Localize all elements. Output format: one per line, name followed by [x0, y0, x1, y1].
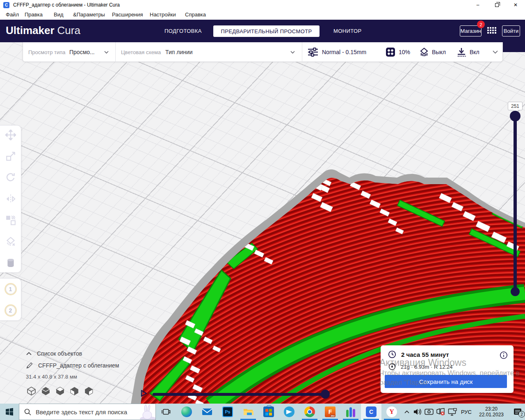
close-button[interactable]: ✕: [506, 0, 525, 10]
view-3d-icon[interactable]: [26, 386, 37, 396]
view-right-icon[interactable]: [83, 386, 94, 396]
restore-button[interactable]: [487, 0, 506, 10]
layer-slider-top-handle[interactable]: [510, 111, 520, 121]
view-type-label: Просмотр типа: [28, 49, 65, 55]
view-type-chevron-icon[interactable]: [104, 42, 109, 62]
start-button[interactable]: [0, 404, 19, 420]
view-top-icon[interactable]: [55, 386, 66, 396]
adhesion-value[interactable]: Вкл: [470, 42, 479, 62]
search-input[interactable]: Введите здесь текст для поиска: [19, 404, 156, 420]
save-to-disk-button[interactable]: Сохранить на диск: [385, 375, 507, 388]
view-front-icon[interactable]: [40, 386, 51, 396]
support-blocker-button[interactable]: [5, 236, 16, 247]
network-monitor-icon: [448, 408, 457, 416]
taskbar-edge[interactable]: [176, 404, 197, 420]
sign-in-button[interactable]: Войти: [502, 25, 520, 37]
task-view-button[interactable]: [156, 404, 176, 420]
support-value[interactable]: Выкл: [432, 42, 446, 62]
layer-slider-bottom-handle[interactable]: [511, 287, 520, 296]
title-bar: C CFFFP_адаптер с облеганием - Ultimaker…: [0, 0, 525, 10]
menu-edit[interactable]: Правка: [25, 11, 43, 18]
mirror-tool-button[interactable]: [5, 194, 16, 204]
taskbar-explorer[interactable]: [238, 404, 258, 420]
tab-monitor[interactable]: МОНИТОР: [333, 20, 362, 42]
speaker-icon: [413, 408, 422, 415]
view-type-value[interactable]: Просмо...: [69, 42, 95, 62]
colored-bars-app-icon: [345, 406, 356, 417]
profile-value[interactable]: Normal - 0.15mm: [322, 42, 366, 62]
cast-device-icon: [425, 409, 434, 415]
chrome-icon: [304, 406, 315, 417]
taskbar-telegram[interactable]: [279, 404, 299, 420]
language-indicator[interactable]: РУС: [459, 404, 474, 420]
toolbar-divider: [115, 42, 116, 62]
tab-preview[interactable]: ПРЕДВАРИТЕЛЬНЫЙ ПРОСМОТР: [213, 25, 320, 37]
taskbar-fusion360[interactable]: F360: [320, 404, 340, 420]
clock-icon: [388, 350, 396, 358]
extruder-2-button[interactable]: 2: [5, 304, 17, 317]
preview-toolbar: Просмотр типа Просмо... Цветовая схема Т…: [23, 42, 503, 62]
infill-icon[interactable]: [386, 42, 395, 62]
print-summary-card: 2 часа 55 минут 21g · 6.93m · R 12.24 Со…: [381, 345, 514, 393]
object-list-label: Список объектов: [37, 350, 82, 357]
infill-value[interactable]: 10%: [399, 42, 410, 62]
print-time-row: 2 часа 55 минут: [388, 350, 449, 358]
move-tool-button[interactable]: [5, 130, 16, 140]
viewport-3d[interactable]: Просмотр типа Просмо... Цветовая схема Т…: [0, 42, 525, 404]
support-icon[interactable]: [419, 42, 429, 62]
simulation-slider-track[interactable]: [153, 393, 325, 396]
extruder-1-button[interactable]: 1: [5, 283, 17, 295]
menu-preferences[interactable]: Настройки: [150, 11, 176, 18]
tray-cast[interactable]: [423, 404, 435, 420]
marketplace-badge: 2: [477, 21, 485, 28]
info-icon[interactable]: [500, 351, 508, 361]
tray-expand-button[interactable]: [402, 404, 412, 420]
view-type-dropdown[interactable]: Просмотр типа: [28, 42, 65, 62]
tab-prepare[interactable]: ПОДГОТОВКА: [164, 20, 202, 42]
object-list-toggle[interactable]: Список объектов: [26, 350, 82, 357]
minimize-button[interactable]: –: [468, 0, 487, 10]
app-header: UltimakerCura ПОДГОТОВКА ПРЕДВАРИТЕЛЬНЫЙ…: [0, 20, 525, 42]
material-row: 21g · 6.93m · R 12.24: [388, 363, 452, 370]
scale-tool-button[interactable]: [5, 151, 16, 162]
toolbar-expand-chevron-icon[interactable]: [493, 42, 498, 62]
color-scheme-chevron-icon[interactable]: [290, 42, 295, 62]
taskbar-photoshop[interactable]: Ps: [217, 404, 238, 420]
menu-extensions[interactable]: Расширения: [112, 11, 143, 18]
tray-network[interactable]: [446, 404, 459, 420]
taskbar-clock[interactable]: 23:20 22.01.2023: [474, 404, 509, 420]
menu-file[interactable]: Файл: [6, 11, 19, 18]
cura-taskbar-icon: C: [366, 406, 377, 417]
fusion360-icon: F360: [325, 406, 336, 417]
clock-time: 23:20: [485, 406, 498, 412]
tray-sync-error[interactable]: [435, 404, 446, 420]
play-button[interactable]: [140, 389, 148, 399]
tray-volume[interactable]: [412, 404, 423, 420]
taskbar-cura-active[interactable]: C: [361, 404, 381, 420]
chevron-up-icon: [26, 352, 32, 356]
object-list-item[interactable]: CFFFP_адаптер с облеганием: [26, 362, 119, 369]
menu-help[interactable]: Справка: [185, 11, 206, 18]
menu-bar: Файл Правка Вид &Параметры Расширения На…: [0, 10, 525, 20]
taskbar-yandex[interactable]: Y: [381, 404, 402, 420]
menu-view[interactable]: Вид: [54, 11, 64, 18]
restore-icon: [495, 3, 499, 7]
app-switcher-icon[interactable]: [487, 27, 496, 34]
menu-settings[interactable]: &Параметры: [73, 11, 105, 18]
simulation-slider-handle[interactable]: [321, 390, 330, 399]
profile-sliders-icon[interactable]: [308, 42, 318, 62]
chevron-up-icon: [404, 410, 410, 414]
layer-slider-track[interactable]: [514, 116, 517, 292]
color-scheme-dropdown[interactable]: Тип линии: [165, 42, 193, 62]
taskbar-mail[interactable]: [197, 404, 217, 420]
adhesion-icon[interactable]: [457, 42, 466, 62]
per-model-settings-button[interactable]: [5, 215, 16, 226]
taskbar-chrome[interactable]: [299, 404, 320, 420]
rotate-tool-button[interactable]: [5, 172, 16, 183]
notification-center-button[interactable]: 2: [509, 404, 525, 420]
taskbar-media-app[interactable]: [340, 404, 361, 420]
view-left-icon[interactable]: [69, 386, 80, 396]
support-eraser-cylinder-icon[interactable]: [5, 258, 16, 268]
taskbar-store[interactable]: [258, 404, 279, 420]
cura-window: C CFFFP_адаптер с облеганием - Ultimaker…: [0, 0, 525, 420]
